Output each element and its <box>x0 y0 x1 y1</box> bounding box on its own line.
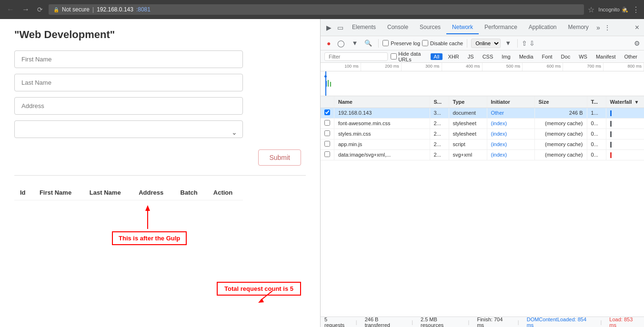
incognito-label: Incognito <box>598 7 620 12</box>
row-time: 0... <box>587 139 606 149</box>
tab-memory[interactable]: Memory <box>563 21 594 34</box>
row-status: 2... <box>430 139 449 149</box>
table-row[interactable]: app.min.js 2... script (index) (memory c… <box>321 139 644 149</box>
devtools-toolbar: ● ◯ ▼ 🔍 Preserve log Disable cache Onlin… <box>321 36 644 50</box>
tab-sources[interactable]: Sources <box>414 21 446 34</box>
col-status-header[interactable]: S... <box>430 96 449 108</box>
filter-type-manifest[interactable]: Manifest <box>593 53 619 60</box>
reload-button[interactable]: ⟳ <box>35 4 45 15</box>
disable-cache-label[interactable]: Disable cache <box>422 40 463 46</box>
hide-data-urls-label[interactable]: Hide data URLs <box>391 51 428 62</box>
filter-type-media[interactable]: Media <box>516 53 536 60</box>
filter-type-ws[interactable]: WS <box>576 53 590 60</box>
row-waterfall <box>606 129 644 139</box>
status-load: Load: 853 ms <box>609 317 640 327</box>
disable-cache-checkbox[interactable] <box>422 40 428 46</box>
network-settings-button[interactable]: ⚙ <box>634 40 640 47</box>
dropdown-select[interactable] <box>14 120 243 138</box>
tab-network[interactable]: Network <box>446 21 479 34</box>
hide-data-urls-checkbox[interactable] <box>391 53 397 59</box>
first-name-input[interactable] <box>14 50 243 68</box>
table-row[interactable]: font-awesome.min.css 2... stylesheet (in… <box>321 118 644 129</box>
row-checkbox[interactable] <box>324 151 330 157</box>
filter-type-xhr[interactable]: XHR <box>445 53 462 60</box>
row-status: 3... <box>430 108 449 118</box>
table-row[interactable]: styles.min.css 2... stylesheet (index) (… <box>321 129 644 139</box>
row-time: 0... <box>587 149 606 160</box>
preserve-log-checkbox[interactable] <box>382 40 389 46</box>
bookmark-icon[interactable]: ☆ <box>588 5 594 14</box>
more-tabs-button[interactable]: » <box>594 22 602 33</box>
table-row[interactable]: data:image/svg+xml,... 2... svg+xml (ind… <box>321 149 644 160</box>
data-table: Id First Name Last Name Address Batch Ac… <box>14 185 243 200</box>
col-action: Action <box>208 185 243 200</box>
row-type: svg+xml <box>449 149 487 160</box>
row-name: 192.168.0.143 <box>334 108 430 118</box>
throttle-select[interactable]: Online <box>471 39 501 48</box>
col-id: Id <box>14 185 34 200</box>
network-table-area[interactable]: Name S... Type Initiator Size T... Water… <box>321 96 644 317</box>
devtools-close-button[interactable]: × <box>633 21 641 34</box>
tab-elements[interactable]: Elements <box>346 21 382 34</box>
svg-marker-1 <box>145 205 150 211</box>
submit-row: Submit <box>14 149 306 166</box>
row-name: data:image/svg+xml,... <box>334 149 430 160</box>
export-har-button[interactable]: ⇩ <box>529 40 535 47</box>
row-checkbox[interactable] <box>324 141 330 147</box>
row-name: styles.min.css <box>334 129 430 139</box>
row-time: 1... <box>587 108 606 118</box>
preserve-log-label[interactable]: Preserve log <box>382 40 420 46</box>
tick-400ms: 400 ms <box>442 63 483 71</box>
row-initiator: (index) <box>487 118 534 129</box>
filter-type-other[interactable]: Other <box>621 53 640 60</box>
tab-performance[interactable]: Performance <box>479 21 523 34</box>
throttle-chevron[interactable]: ▼ <box>503 38 513 48</box>
forward-button[interactable]: → <box>20 3 31 16</box>
not-secure-label: Not secure <box>62 6 90 13</box>
network-requests-table: Name S... Type Initiator Size T... Water… <box>321 96 644 160</box>
device-toolbar-button[interactable]: ▭ <box>334 22 346 33</box>
row-time: 0... <box>587 129 606 139</box>
table-row[interactable]: 192.168.0.143 3... document Other 246 B … <box>321 108 644 118</box>
col-type-header[interactable]: Type <box>449 96 487 108</box>
filter-input[interactable] <box>324 52 388 61</box>
address-input[interactable] <box>14 97 243 115</box>
tick-600ms: 600 ms <box>523 63 563 71</box>
col-name-header[interactable]: Name <box>334 96 430 108</box>
col-initiator-header[interactable]: Initiator <box>487 96 534 108</box>
tab-console[interactable]: Console <box>382 21 414 34</box>
filter-type-doc[interactable]: Doc <box>558 53 574 60</box>
search-button[interactable]: 🔍 <box>362 38 374 48</box>
svg-rect-4 <box>325 81 327 87</box>
page-title: "Web Development" <box>14 29 306 41</box>
filter-type-img[interactable]: Img <box>499 53 513 60</box>
row-status: 2... <box>430 118 449 129</box>
row-checkbox[interactable] <box>324 109 330 115</box>
filter-type-css[interactable]: CSS <box>480 53 496 60</box>
filter-type-all[interactable]: All <box>431 53 442 60</box>
import-har-button[interactable]: ⇧ <box>522 40 527 47</box>
last-name-input[interactable] <box>14 74 243 91</box>
row-checkbox[interactable] <box>324 130 330 136</box>
record-button[interactable]: ● <box>324 38 333 49</box>
back-button[interactable]: ← <box>5 3 16 16</box>
submit-button[interactable]: Submit <box>258 149 301 166</box>
tick-700ms: 700 ms <box>563 63 604 71</box>
filter-type-font[interactable]: Font <box>539 53 555 60</box>
col-waterfall-header[interactable]: Waterfall ▼ <box>606 96 644 108</box>
filter-toggle-button[interactable]: ▼ <box>349 38 360 48</box>
row-time: 0... <box>587 118 606 129</box>
col-size-header[interactable]: Size <box>534 96 587 108</box>
col-time-header[interactable]: T... <box>587 96 606 108</box>
address-bar[interactable]: 🔒 Not secure | 192.168.0.143 :8081 <box>49 4 584 15</box>
row-size: (memory cache) <box>534 129 587 139</box>
devtools-menu-button[interactable]: ⋮ <box>602 22 613 33</box>
stop-recording-button[interactable]: ◯ <box>335 38 347 49</box>
row-size: 246 B <box>534 108 587 118</box>
browser-menu-button[interactable]: ⋮ <box>632 5 639 14</box>
inspect-element-button[interactable]: ▶ <box>323 22 334 33</box>
filter-type-js[interactable]: JS <box>465 53 477 60</box>
row-checkbox[interactable] <box>324 120 330 126</box>
tab-application[interactable]: Application <box>523 21 563 34</box>
tick-200ms: 200 ms <box>361 63 402 71</box>
